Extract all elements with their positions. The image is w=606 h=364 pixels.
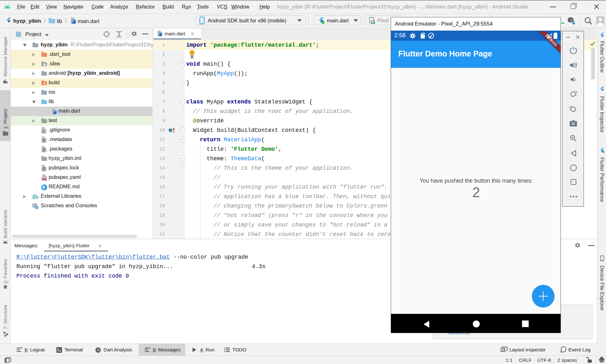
svg-text:YML: YML — [42, 178, 47, 181]
